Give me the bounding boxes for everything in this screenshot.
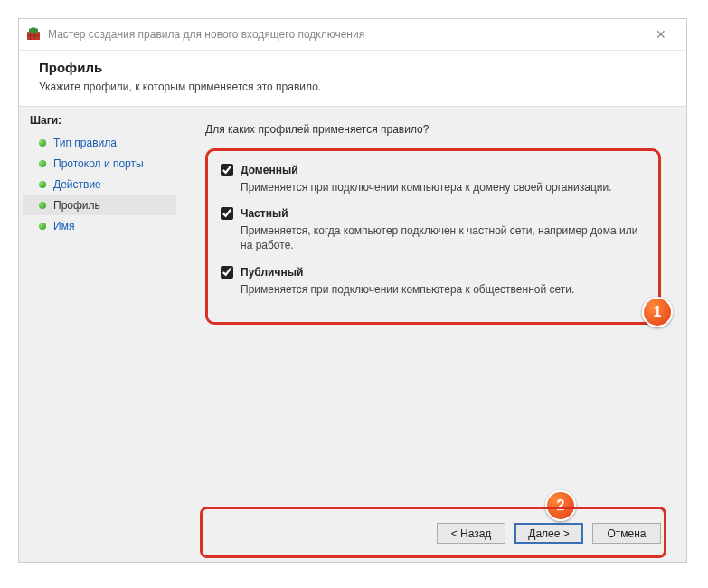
step-bullet-icon [39,160,46,167]
step-action[interactable]: Действие [23,175,176,194]
annotation-badge-2: 2 [545,490,576,521]
option-private-label: Частный [241,207,288,220]
button-bar: 2 < Назад Далее > Отмена [205,512,661,553]
svg-rect-3 [34,33,35,40]
close-button[interactable]: ✕ [643,27,679,42]
steps-sidebar: Шаги: Тип правила Протокол и порты Дейст… [19,107,180,562]
step-label: Протокол и порты [53,157,144,170]
step-bullet-icon [39,139,46,147]
steps-header: Шаги: [19,110,180,132]
cancel-button[interactable]: Отмена [592,523,661,544]
option-domain-desc: Применяется при подключении компьютера к… [241,180,644,194]
svg-rect-2 [30,33,31,40]
profile-options-group: Доменный Применяется при подключении ком… [205,148,661,325]
question-text: Для каких профилей применяется правило? [205,123,661,136]
step-bullet-icon [39,181,46,188]
svg-rect-4 [27,35,40,36]
option-public-row[interactable]: Публичный [221,266,644,279]
step-label: Действие [53,178,101,191]
step-label: Профиль [53,199,100,212]
option-public-label: Публичный [241,266,303,279]
step-label: Имя [53,220,74,232]
step-name[interactable]: Имя [23,216,176,236]
wizard-window: Мастер создания правила для нового входя… [18,18,687,563]
page-subtitle: Укажите профили, к которым применяется э… [39,81,666,93]
option-private-desc: Применяется, когда компьютер подключен к… [241,223,644,252]
option-private-row[interactable]: Частный [221,207,644,220]
step-bullet-icon [39,202,46,209]
next-button[interactable]: Далее > [514,523,583,544]
page-title: Профиль [39,60,666,75]
checkbox-public[interactable] [221,266,233,279]
page-header: Профиль Укажите профили, к которым приме… [19,51,686,106]
firewall-icon [26,27,41,42]
step-rule-type[interactable]: Тип правила [23,133,176,153]
annotation-badge-1: 1 [642,297,673,327]
option-public-desc: Применяется при подключении компьютера к… [241,282,644,297]
titlebar: Мастер создания правила для нового входя… [19,19,686,51]
step-profile[interactable]: Профиль [23,195,176,215]
option-public: Публичный Применяется при подключении ко… [221,266,644,297]
next-button-highlight: Далее > [514,523,583,544]
checkbox-private[interactable] [221,207,233,220]
main-panel: Для каких профилей применяется правило? … [180,107,686,562]
step-label: Тип правила [53,137,117,149]
window-title: Мастер создания правила для нового входя… [48,28,643,41]
option-domain-row[interactable]: Доменный [221,164,644,176]
back-button[interactable]: < Назад [437,523,505,544]
body: Шаги: Тип правила Протокол и порты Дейст… [19,106,686,562]
option-domain: Доменный Применяется при подключении ком… [221,164,644,194]
option-domain-label: Доменный [241,164,298,176]
checkbox-domain[interactable] [221,164,233,176]
step-protocol-ports[interactable]: Протокол и порты [23,154,176,174]
option-private: Частный Применяется, когда компьютер под… [221,207,644,252]
step-bullet-icon [39,223,46,230]
